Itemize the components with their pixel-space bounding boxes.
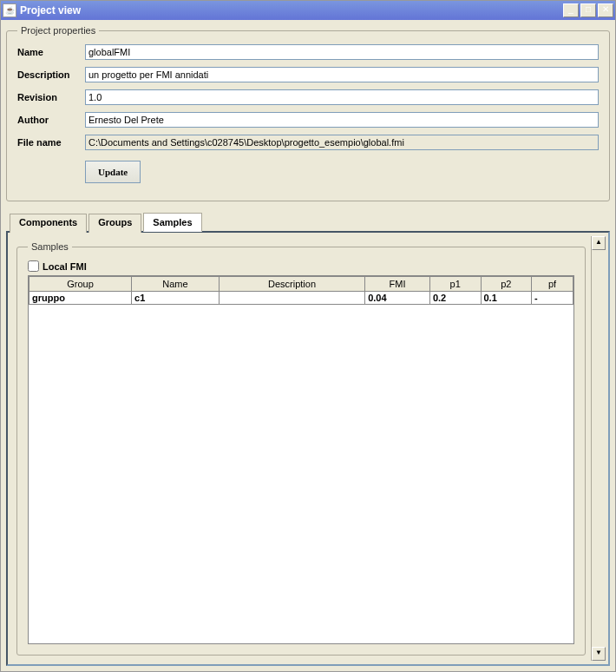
name-label: Name (17, 47, 85, 57)
cell-p1[interactable]: 0.2 (429, 292, 481, 305)
java-app-icon: ☕ (3, 3, 16, 17)
project-view-window: ☕ Project view _ □ ✕ Project properties … (0, 0, 616, 672)
cell-description[interactable] (219, 292, 364, 305)
samples-table-container: Group Name Description FMI p1 p2 pf (28, 275, 574, 644)
table-empty-area (29, 305, 573, 643)
tab-panel: Samples Local FMI Group Name Description (6, 231, 610, 666)
description-label: Description (17, 69, 85, 80)
samples-table: Group Name Description FMI p1 p2 pf (29, 276, 573, 305)
tab-groups[interactable]: Groups (88, 214, 141, 233)
col-name[interactable]: Name (132, 277, 220, 292)
local-fmi-checkbox[interactable] (28, 260, 39, 272)
tab-samples[interactable]: Samples (143, 213, 201, 232)
table-row[interactable]: gruppo c1 0.04 0.2 0.1 - (29, 292, 573, 305)
scroll-down-button[interactable]: ▼ (592, 647, 606, 661)
project-properties-group: Project properties Name Description Revi… (6, 25, 610, 201)
revision-label: Revision (17, 92, 85, 102)
minimize-button[interactable]: _ (563, 3, 579, 17)
local-fmi-label: Local FMI (43, 261, 87, 272)
col-group[interactable]: Group (29, 277, 132, 292)
author-label: Author (17, 115, 85, 125)
description-input[interactable] (85, 67, 599, 82)
tab-bar: Components Groups Samples (10, 212, 610, 231)
name-input[interactable] (85, 44, 599, 60)
content-area: Project properties Name Description Revi… (1, 20, 615, 671)
window-title: Project view (20, 4, 563, 16)
col-p2[interactable]: p2 (481, 277, 532, 292)
scroll-track[interactable] (592, 250, 605, 647)
col-p1[interactable]: p1 (429, 277, 481, 292)
project-properties-legend: Project properties (17, 25, 99, 36)
cell-p2[interactable]: 0.1 (481, 292, 532, 305)
table-header-row: Group Name Description FMI p1 p2 pf (29, 277, 573, 292)
update-button[interactable]: Update (85, 161, 141, 183)
filename-input (85, 135, 599, 150)
cell-group[interactable]: gruppo (29, 292, 132, 305)
close-button[interactable]: ✕ (598, 3, 613, 17)
filename-label: File name (17, 137, 85, 148)
tab-components[interactable]: Components (10, 214, 87, 233)
samples-group: Samples Local FMI Group Name Description (16, 241, 586, 656)
cell-fmi[interactable]: 0.04 (365, 292, 430, 305)
cell-pf[interactable]: - (532, 292, 573, 305)
col-pf[interactable]: pf (532, 277, 573, 292)
cell-name[interactable]: c1 (132, 292, 220, 305)
col-fmi[interactable]: FMI (365, 277, 430, 292)
samples-legend: Samples (28, 241, 72, 252)
scroll-up-button[interactable]: ▲ (592, 236, 606, 250)
col-description[interactable]: Description (219, 277, 364, 292)
revision-input[interactable] (85, 89, 599, 105)
titlebar[interactable]: ☕ Project view _ □ ✕ (1, 1, 615, 20)
maximize-button[interactable]: □ (580, 3, 596, 17)
author-input[interactable] (85, 112, 599, 128)
vertical-scrollbar[interactable]: ▲ ▼ (591, 236, 605, 661)
